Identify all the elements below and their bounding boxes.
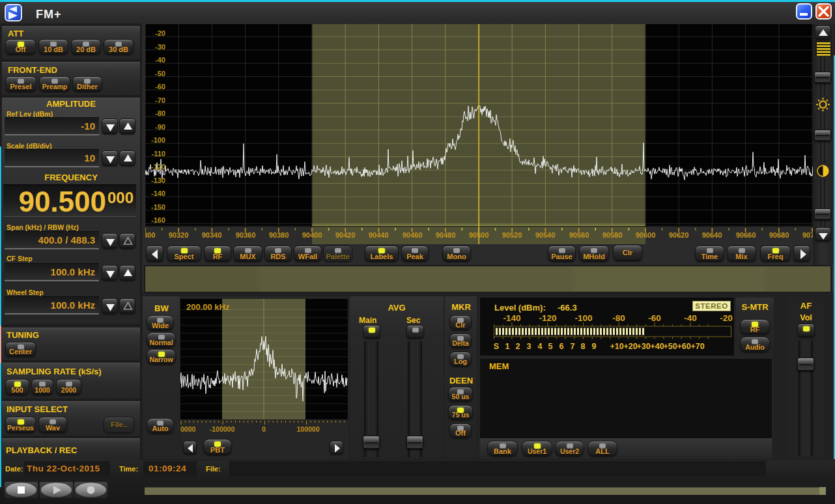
svg-text:S: S	[494, 342, 499, 351]
svg-text:5: 5	[548, 342, 553, 351]
svg-text:90660: 90660	[736, 231, 756, 239]
svg-text:-130: -130	[151, 176, 165, 184]
svg-text:90620: 90620	[669, 231, 689, 239]
svg-text:7: 7	[571, 342, 575, 351]
svg-text:+20: +20	[623, 342, 637, 351]
svg-text:-100000: -100000	[210, 425, 235, 433]
svg-text:90520: 90520	[502, 231, 522, 239]
svg-text:90540: 90540	[535, 231, 556, 239]
svg-text:-120: -120	[151, 163, 165, 171]
svg-text:+30: +30	[636, 342, 650, 351]
svg-text:90440: 90440	[369, 231, 389, 239]
svg-text:90560: 90560	[569, 231, 589, 239]
svg-text:-100: -100	[151, 136, 165, 144]
svg-text:-30: -30	[155, 43, 165, 51]
svg-text:-90: -90	[155, 123, 165, 131]
svg-text:4: 4	[538, 342, 543, 351]
svg-text:90340: 90340	[202, 231, 222, 239]
svg-text:0000: 0000	[180, 425, 196, 433]
svg-text:6: 6	[559, 342, 564, 351]
svg-text:90600: 90600	[636, 231, 656, 239]
svg-text:-120: -120	[539, 313, 556, 323]
svg-text:9: 9	[592, 342, 597, 351]
svg-text:90480: 90480	[436, 231, 456, 239]
svg-text:90500: 90500	[469, 231, 489, 239]
svg-text:-100: -100	[574, 313, 592, 323]
svg-text:-160: -160	[151, 216, 165, 224]
svg-text:0: 0	[262, 425, 266, 433]
svg-text:90360: 90360	[236, 231, 256, 239]
svg-text:90460: 90460	[403, 231, 423, 239]
svg-text:-150: -150	[151, 203, 165, 211]
svg-text:-60: -60	[155, 83, 165, 91]
svg-text:-50: -50	[155, 70, 165, 77]
svg-text:-110: -110	[152, 150, 165, 158]
svg-text:2: 2	[516, 342, 520, 351]
svg-text:-80: -80	[612, 313, 625, 323]
svg-text:+40: +40	[650, 342, 664, 351]
svg-text:-40: -40	[155, 56, 165, 64]
svg-text:-20: -20	[720, 313, 733, 323]
svg-text:1: 1	[505, 342, 510, 351]
svg-text:-70: -70	[155, 96, 165, 104]
svg-text:3: 3	[527, 342, 531, 351]
svg-text:90640: 90640	[702, 231, 722, 239]
svg-text:90680: 90680	[769, 231, 789, 239]
svg-text:+50: +50	[663, 342, 677, 351]
svg-text:-20: -20	[155, 29, 165, 37]
svg-text:90380: 90380	[269, 231, 289, 239]
svg-text:-60: -60	[648, 313, 661, 323]
svg-text:+10: +10	[610, 342, 623, 351]
svg-text:+70: +70	[690, 342, 704, 351]
svg-text:-140: -140	[503, 313, 520, 323]
svg-text:8: 8	[581, 342, 586, 351]
svg-text:90400: 90400	[302, 231, 322, 239]
svg-text:90300: 90300	[145, 231, 155, 239]
svg-text:90580: 90580	[602, 231, 623, 239]
svg-text:-140: -140	[151, 189, 165, 197]
svg-text:90320: 90320	[169, 231, 189, 239]
svg-text:-80: -80	[155, 109, 165, 117]
svg-text:100000: 100000	[296, 425, 319, 433]
svg-text:-40: -40	[684, 313, 697, 323]
svg-text:+60: +60	[677, 342, 690, 351]
svg-text:90420: 90420	[335, 231, 356, 239]
